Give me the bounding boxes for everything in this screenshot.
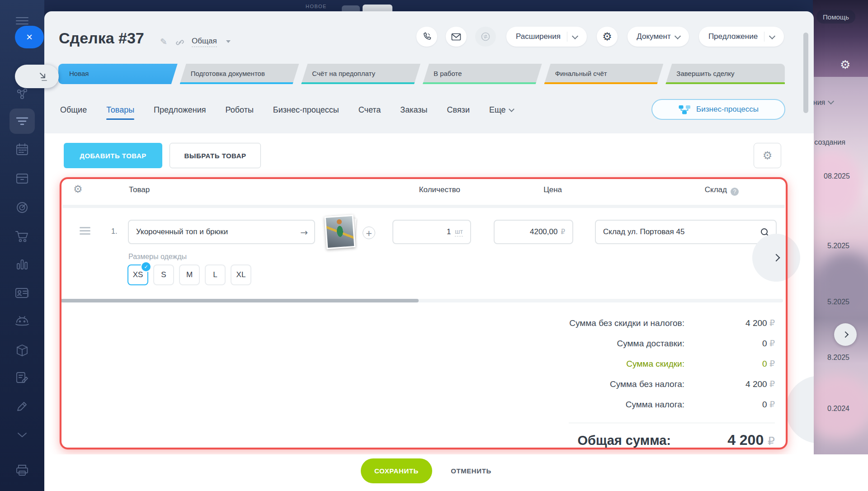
document-button[interactable]: Документ (627, 27, 689, 47)
modal-scrollbar-thumb[interactable] (803, 33, 808, 113)
document-label: Документ (637, 32, 670, 41)
scroll-right-button[interactable] (752, 234, 800, 282)
currency-symbol: ₽ (561, 228, 565, 236)
tab-offers[interactable]: Предложения (154, 99, 206, 121)
columns-gear-icon[interactable]: ⚙ (73, 183, 83, 195)
stage-prepay[interactable]: Счёт на предоплату (301, 64, 420, 84)
header-divider (62, 205, 785, 208)
divider (764, 32, 764, 42)
extensions-button[interactable]: Расширения (506, 27, 587, 47)
tab-more[interactable]: Еще (489, 99, 514, 121)
stage-new[interactable]: Новая (58, 64, 178, 84)
offer-label: Предложение (708, 32, 758, 41)
table-settings-button[interactable]: ⚙ (754, 143, 781, 168)
offer-button[interactable]: Предложение (699, 27, 784, 47)
background-date: 5.2025 (827, 242, 849, 250)
product-name-input[interactable]: Укороченный топ и брюки → (128, 220, 315, 244)
size-chip-xl[interactable]: XL (231, 264, 251, 285)
close-icon: × (26, 31, 33, 43)
robot-icon[interactable] (14, 313, 30, 329)
cart-icon[interactable] (14, 228, 30, 245)
background-column-fragment: а создания (808, 138, 845, 146)
analytics-icon[interactable] (14, 256, 30, 273)
chat-sync-button[interactable] (475, 27, 496, 47)
extensions-label: Расширения (516, 32, 561, 41)
chevron-more-icon[interactable] (14, 427, 30, 443)
tab-orders[interactable]: Заказы (400, 99, 427, 121)
add-photo-button[interactable]: + (363, 227, 375, 239)
product-photo[interactable] (325, 215, 356, 249)
pencil-icon[interactable] (14, 399, 30, 415)
crm-target-icon[interactable] (14, 199, 30, 216)
size-chip-xs[interactable]: XS ✓ (127, 264, 148, 285)
package-icon[interactable] (14, 342, 30, 359)
business-processes-button[interactable]: Бизнес-процессы (651, 99, 785, 120)
storage-icon[interactable] (14, 170, 30, 187)
document-edit-icon[interactable] (14, 369, 30, 386)
close-slider-button[interactable]: × (15, 26, 44, 48)
add-product-button[interactable]: ДОБАВИТЬ ТОВАР (64, 143, 162, 168)
pipeline-selector[interactable]: Общая (192, 37, 217, 47)
open-product-icon[interactable]: → (300, 227, 308, 238)
select-product-button[interactable]: ВЫБРАТЬ ТОВАР (170, 143, 261, 168)
quantity-unit[interactable]: шт (455, 228, 463, 236)
background-gear-icon[interactable]: ⚙ (840, 58, 850, 71)
quantity-input[interactable]: 1 шт (392, 220, 471, 244)
stage-inwork[interactable]: В работе (423, 64, 542, 84)
chevron-down-icon (509, 106, 514, 112)
grand-total-row: Общая сумма: 4 200 ₽ (433, 432, 775, 449)
calendar-icon[interactable] (14, 142, 30, 158)
row-drag-handle[interactable] (80, 227, 90, 236)
tab-products[interactable]: Товары (106, 99, 134, 121)
chevron-down-icon (828, 98, 834, 104)
printer-icon[interactable] (14, 462, 30, 478)
screen: НОВОЕ Помощь ⚙ рения а создания 08.2025 … (0, 0, 868, 491)
email-button[interactable] (446, 27, 467, 47)
tab-general[interactable]: Общие (60, 99, 87, 121)
network-icon[interactable] (14, 86, 30, 102)
edit-title-icon[interactable]: ✎ (160, 37, 167, 47)
background-date: 08.2025 (824, 172, 850, 180)
cancel-button[interactable]: ОТМЕНИТЬ (444, 458, 498, 483)
collapse-arrow-icon (38, 71, 49, 82)
warehouse-input[interactable]: Склад ул. Портовая 45 (595, 220, 777, 244)
total-row: Сумма без налога: 4 200 ₽ (451, 379, 775, 391)
stage-docs[interactable]: Подготовка документов (180, 64, 299, 84)
column-header-price: Цена (496, 185, 562, 194)
save-button[interactable]: СОХРАНИТЬ (361, 458, 432, 483)
tab-invoices[interactable]: Счета (359, 99, 381, 121)
deal-modal: Сделка #37 ✎ Общая Расширения ⚙ Документ (44, 11, 814, 454)
size-chip-l[interactable]: L (205, 264, 226, 285)
hscrollbar-thumb[interactable] (61, 299, 419, 302)
tab-bp[interactable]: Бизнес-процессы (273, 99, 339, 121)
background-date: 0.2024 (827, 405, 849, 413)
contact-card-icon[interactable] (14, 285, 30, 301)
tab-links[interactable]: Связи (447, 99, 470, 121)
stage-final-invoice[interactable]: Финальный счёт (544, 64, 664, 84)
totals-divider (569, 423, 775, 423)
phone-icon (422, 32, 431, 41)
sidebar-item-active[interactable] (9, 109, 35, 134)
help-button[interactable]: Помощь (816, 10, 855, 24)
call-button[interactable] (416, 27, 437, 47)
total-row: Сумма налога: 0 ₽ (451, 399, 775, 411)
copy-link-icon[interactable] (175, 38, 184, 48)
tab-bar: Общие Товары Предложения Роботы Бизнес-п… (60, 99, 514, 121)
price-input[interactable]: 4200,00 ₽ (494, 220, 573, 244)
page-title: Сделка #37 (59, 29, 144, 47)
chevron-right-icon (773, 254, 780, 262)
tab-robots[interactable]: Роботы (225, 99, 253, 121)
row-index: 1. (111, 227, 117, 236)
sizes-label: Размеры одежды (128, 253, 187, 261)
background-next-button[interactable] (834, 323, 857, 346)
size-chip-m[interactable]: M (179, 264, 200, 285)
hint-icon[interactable]: ? (731, 188, 739, 196)
total-row: Сумма доставки: 0 ₽ (451, 338, 775, 350)
size-chip-s[interactable]: S (153, 264, 174, 285)
settings-button[interactable]: ⚙ (597, 27, 618, 47)
stage-close[interactable]: Завершить сделку (665, 64, 785, 84)
warehouse-value: Склад ул. Портовая 45 (603, 227, 684, 236)
quantity-value: 1 (447, 227, 451, 236)
collapse-menu-button[interactable] (15, 65, 59, 88)
help-label: Помощь (823, 13, 849, 21)
